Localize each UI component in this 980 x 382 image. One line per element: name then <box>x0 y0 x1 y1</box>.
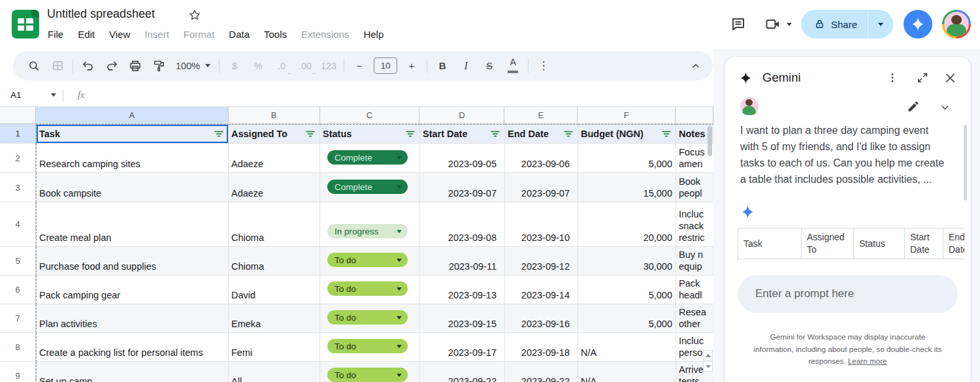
decrease-decimal-icon[interactable]: .0← <box>270 55 293 77</box>
cell-task[interactable]: Plan activities <box>36 304 229 333</box>
cell-end-date[interactable]: 2023-09-14 <box>505 276 578 304</box>
gemini-button[interactable] <box>904 10 932 39</box>
sheet-scrollbar[interactable] <box>708 126 712 156</box>
cell-end-date[interactable]: 2023-09-18 <box>505 333 578 362</box>
avatar[interactable] <box>942 10 971 39</box>
prompt-input[interactable]: Enter a prompt here <box>738 275 958 313</box>
cell-status[interactable]: To do <box>320 333 420 362</box>
collapse-message-icon[interactable] <box>940 103 950 112</box>
video-call-button[interactable] <box>764 16 792 32</box>
cell-end-date[interactable]: 2023-09-06 <box>505 144 578 173</box>
menu-view[interactable]: View <box>102 27 137 42</box>
column-header-E[interactable]: E <box>504 106 578 124</box>
more-toolbar-icon[interactable]: ⋮ <box>532 55 555 77</box>
cell-end-date[interactable]: 2023-09-16 <box>505 304 578 333</box>
menu-tools[interactable]: Tools <box>257 27 294 42</box>
cell-status[interactable]: To do <box>320 304 420 333</box>
row-number[interactable]: 4 <box>0 202 36 247</box>
status-pill[interactable]: To do <box>327 339 408 353</box>
cell-task[interactable]: Pack camping gear <box>36 276 229 304</box>
strikethrough-icon[interactable]: S <box>478 55 501 77</box>
filter-icon[interactable] <box>405 129 416 139</box>
filter-icon[interactable] <box>214 129 224 139</box>
cell-assigned[interactable]: Chioma <box>229 247 320 276</box>
menu-edit[interactable]: Edit <box>71 27 102 42</box>
cell-assigned[interactable]: Emeka <box>229 304 320 333</box>
cell-assigned[interactable]: David <box>229 276 320 304</box>
font-size-input[interactable]: 10 <box>374 57 397 74</box>
cell-start-date[interactable]: 2023-09-11 <box>420 247 505 276</box>
row-number[interactable]: 7 <box>0 304 36 333</box>
print-icon[interactable] <box>123 55 147 77</box>
menu-help[interactable]: Help <box>356 27 391 42</box>
cell-budget[interactable]: 20,000 <box>578 202 676 247</box>
status-pill[interactable]: Complete <box>327 150 408 165</box>
cell-start-date[interactable]: 2023-09-07 <box>420 173 505 202</box>
share-dropdown[interactable] <box>868 23 893 26</box>
cell-status[interactable]: To do <box>320 247 420 276</box>
header-cell[interactable]: Status <box>320 124 420 144</box>
filter-icon[interactable] <box>305 129 316 139</box>
row-number[interactable]: 6 <box>0 276 36 304</box>
filter-icon[interactable] <box>490 129 500 139</box>
cell-status[interactable]: To do <box>320 362 420 382</box>
column-header-A[interactable]: A <box>36 106 229 124</box>
column-header-D[interactable]: D <box>419 106 504 124</box>
cell-notes[interactable]: Reseaother <box>676 304 713 333</box>
cell-budget[interactable]: 5,000 <box>578 276 676 304</box>
cell-task[interactable]: Set up camp <box>36 362 229 382</box>
cell-task[interactable]: Create meal plan <box>36 202 229 247</box>
cell-budget[interactable]: 30,000 <box>578 247 676 276</box>
header-cell[interactable]: Start Date <box>420 124 505 144</box>
document-title[interactable]: Untitled spreadsheet <box>47 7 155 21</box>
column-header-B[interactable]: B <box>229 106 320 124</box>
header-cell[interactable]: Task <box>36 124 229 144</box>
chevron-down-icon[interactable] <box>787 23 792 26</box>
cell-notes[interactable]: Bookpeopl <box>676 173 713 202</box>
menu-insert[interactable]: Insert <box>137 27 176 42</box>
cell-start-date[interactable]: 2023-09-15 <box>420 304 505 333</box>
cell-start-date[interactable]: 2023-09-08 <box>420 202 505 247</box>
star-icon[interactable] <box>188 8 203 23</box>
column-header-C[interactable]: C <box>320 106 420 124</box>
cell-assigned[interactable]: Adaeze <box>229 173 320 202</box>
cell-task[interactable]: Book campsite <box>36 173 229 202</box>
cell-assigned[interactable]: Femi <box>229 333 320 362</box>
status-pill[interactable]: To do <box>327 253 408 267</box>
status-pill[interactable]: Complete <box>327 180 408 194</box>
row-number[interactable]: 5 <box>0 247 36 276</box>
status-pill[interactable]: In progress <box>327 224 408 238</box>
format-percent-icon[interactable]: % <box>246 55 270 77</box>
cell-budget[interactable]: N/A <box>578 333 676 362</box>
learn-more-link[interactable]: Learn more <box>848 357 887 365</box>
header-cell[interactable]: Assigned To <box>229 124 320 144</box>
cell-end-date[interactable]: 2023-09-12 <box>505 247 578 276</box>
sheets-logo-icon[interactable] <box>12 10 39 39</box>
cell-task[interactable]: Create a packing list for personal items <box>36 333 229 362</box>
row-number[interactable]: 1 <box>0 124 36 144</box>
header-cell[interactable]: Budget (NGN) <box>578 124 676 144</box>
text-color-icon[interactable]: A <box>501 55 525 77</box>
menu-format[interactable]: Format <box>176 27 222 42</box>
status-pill[interactable]: To do <box>327 310 408 325</box>
filter-icon[interactable] <box>661 129 672 139</box>
filter-icon[interactable] <box>563 129 574 139</box>
cell-assigned[interactable]: Adaeze <box>229 144 320 173</box>
format-currency-icon[interactable]: $ <box>223 55 246 77</box>
comments-icon[interactable] <box>724 10 753 39</box>
scroll-up-icon[interactable] <box>703 350 713 360</box>
italic-icon[interactable]: I <box>454 55 478 77</box>
cell-assigned[interactable]: All <box>229 362 320 382</box>
cell-budget[interactable]: 5,000 <box>578 304 676 333</box>
row-number[interactable]: 3 <box>0 173 36 202</box>
zoom-control[interactable]: 100% <box>171 55 216 77</box>
cell-status[interactable]: To do <box>320 276 420 304</box>
cell-notes[interactable]: Inclucsnackrestric <box>676 202 713 247</box>
select-all-corner[interactable] <box>0 106 36 124</box>
name-box[interactable]: A1 <box>0 90 63 100</box>
cell-task[interactable]: Research camping sites <box>36 144 229 173</box>
cell-end-date[interactable]: 2023-09-22 <box>505 362 578 382</box>
header-cell[interactable]: End Date <box>505 124 578 144</box>
scroll-down-icon[interactable] <box>703 361 713 372</box>
cell-notes[interactable]: Buy nequip <box>676 247 713 276</box>
